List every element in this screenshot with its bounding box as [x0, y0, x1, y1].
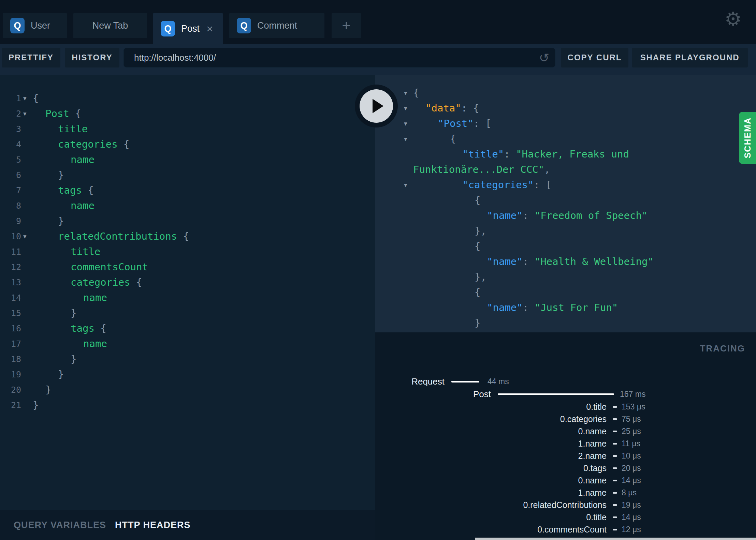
collapse-arrow-icon[interactable]: ▾: [404, 131, 407, 147]
token: {: [69, 108, 81, 119]
line-number: 19: [0, 367, 21, 382]
tracing-row: 2.name10 μs: [375, 451, 751, 461]
prettify-button[interactable]: PRETTIFY: [2, 48, 60, 68]
editor-line: 20}: [0, 382, 375, 397]
line-number: 7: [0, 183, 21, 198]
response-line: "name": "Freedom of Speech": [375, 208, 756, 223]
token: },: [475, 271, 486, 283]
editor-line: 15}: [0, 305, 375, 321]
token: name: [83, 292, 107, 303]
tracing-span-post: Post167 ms: [375, 389, 751, 399]
history-button[interactable]: HISTORY: [65, 48, 119, 68]
tracing-dash: [613, 418, 617, 420]
fold-arrow-icon[interactable]: ▾: [23, 91, 33, 106]
code-text: name: [71, 198, 94, 213]
execute-play-button[interactable]: [355, 85, 398, 127]
tracing-field-label: 1.name: [375, 488, 607, 498]
token: {: [130, 276, 142, 288]
tab-bar: QUserNew TabQPost×QComment+ ⚙: [0, 0, 756, 44]
editor-line: 9}: [0, 213, 375, 229]
tracing-horizontal-scrollbar[interactable]: [475, 538, 756, 540]
tab-post[interactable]: QPost×: [153, 13, 223, 44]
fold-arrow-icon[interactable]: ▾: [23, 106, 33, 121]
collapse-arrow-icon[interactable]: ▾: [404, 177, 407, 193]
line-number: 10: [0, 229, 21, 244]
token: {: [177, 230, 189, 242]
tab-label: Comment: [257, 20, 297, 31]
endpoint-url-input[interactable]: [123, 48, 555, 68]
line-number: 1: [0, 91, 21, 106]
tracing-row: 1.name11 μs: [375, 438, 751, 449]
tracing-field-label: 2.name: [375, 451, 607, 461]
line-number: 3: [0, 121, 21, 137]
code-text: }: [45, 382, 51, 397]
token: "Post": [438, 118, 474, 129]
line-number: 21: [0, 397, 21, 413]
line-number: 14: [0, 290, 21, 305]
token: : [: [534, 179, 552, 191]
editor-line: 6}: [0, 167, 375, 183]
fold-arrow-icon[interactable]: ▾: [23, 229, 33, 244]
tracing-row: 0.name14 μs: [375, 475, 751, 485]
response-line: ▾{: [375, 131, 756, 147]
token: "title": [462, 148, 504, 160]
new-tab-button[interactable]: +: [332, 13, 361, 38]
code-text: "title": "Hacker, Freaks und: [462, 147, 629, 162]
editor-line: 7tags {: [0, 183, 375, 198]
token: :: [523, 210, 535, 221]
token: }: [58, 369, 64, 380]
query-editor[interactable]: 1▾{2▾Post {3title4categories {5name6}7ta…: [0, 75, 375, 510]
response-line: ▾{: [375, 85, 756, 101]
response-line: ▾"data": {: [375, 101, 756, 116]
tracing-field-label: 0.name: [375, 476, 607, 485]
settings-gear-icon[interactable]: ⚙: [725, 10, 742, 29]
http-headers-tab[interactable]: HTTP HEADERS: [115, 520, 191, 530]
code-text: title: [71, 244, 100, 259]
token: {: [33, 92, 39, 104]
code-text: }: [33, 397, 39, 413]
token: title: [58, 123, 88, 135]
tracing-dash: [613, 455, 617, 457]
code-text: name: [83, 336, 107, 351]
code-text: "Post": [: [438, 116, 491, 131]
editor-line: 12commentsCount: [0, 259, 375, 275]
tracing-field-label: 0.categories: [375, 414, 607, 424]
toolbar: PRETTIFY HISTORY ↺ COPY CURL SHARE PLAYG…: [0, 44, 756, 75]
line-number: 17: [0, 336, 21, 351]
response-line: "title": "Hacker, Freaks und: [375, 147, 756, 162]
collapse-arrow-icon[interactable]: ▾: [404, 116, 407, 131]
token: "categories": [462, 179, 534, 191]
schema-tab[interactable]: SCHEMA: [739, 112, 756, 164]
collapse-arrow-icon[interactable]: ▾: [404, 85, 407, 101]
line-number: 15: [0, 305, 21, 321]
token: "data": [425, 102, 461, 114]
code-text: "name": "Just For Fun": [487, 300, 618, 315]
reload-icon[interactable]: ↺: [539, 51, 549, 65]
tracing-row: 0.title153 μs: [375, 402, 751, 412]
token: {: [94, 322, 106, 334]
code-text: }: [71, 351, 76, 367]
code-text: }: [71, 305, 76, 321]
response-lines: ▾{▾"data": {▾"Post": [▾{"title": "Hacker…: [375, 75, 756, 332]
query-variables-tab[interactable]: QUERY VARIABLES: [14, 520, 106, 530]
tab-new-tab[interactable]: New Tab: [73, 13, 147, 38]
editor-line: 5name: [0, 152, 375, 167]
code-text: "categories": [: [462, 177, 552, 193]
token: "Just For Fun": [535, 302, 618, 313]
close-tab-icon[interactable]: ×: [206, 23, 213, 34]
line-number: 11: [0, 244, 21, 259]
collapse-arrow-icon[interactable]: ▾: [404, 101, 407, 116]
response-line: "name": "Health & Wellbeing": [375, 254, 756, 269]
play-icon: [360, 89, 393, 123]
code-text: }: [58, 167, 64, 183]
token: ,: [544, 164, 550, 175]
tracing-field-value: 153 μs: [622, 402, 645, 411]
tracing-span-label: Request: [375, 376, 445, 387]
tab-user[interactable]: QUser: [3, 13, 67, 38]
response-line: {: [375, 239, 756, 254]
tracing-row: 0.commentsCount12 μs: [375, 524, 751, 535]
copy-curl-button[interactable]: COPY CURL: [561, 48, 628, 68]
line-number: 2: [0, 106, 21, 121]
share-playground-button[interactable]: SHARE PLAYGROUND: [632, 48, 748, 68]
tab-comment[interactable]: QComment: [229, 13, 324, 38]
